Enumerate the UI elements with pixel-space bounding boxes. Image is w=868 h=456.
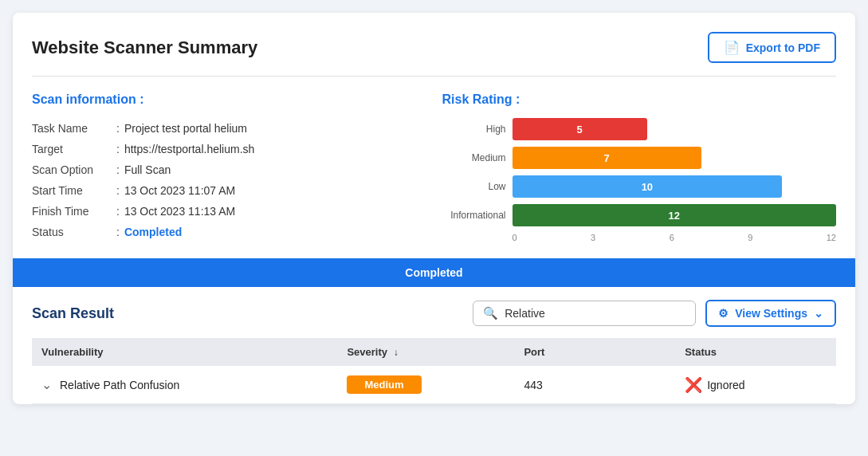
table-header: Vulnerability Severity ↓ Port Status — [32, 338, 836, 366]
scan-info-row: Task Name : Project test portal helium — [32, 118, 261, 139]
chevron-down-icon: ⌄ — [814, 307, 823, 320]
view-settings-button[interactable]: ⚙ View Settings ⌄ — [705, 300, 836, 327]
bar-label: Medium — [442, 152, 506, 163]
bar: 7 — [513, 147, 701, 169]
info-colon: : — [112, 201, 124, 222]
info-label: Start Time — [32, 180, 112, 201]
info-label: Task Name — [32, 118, 112, 139]
bar: 12 — [513, 204, 837, 226]
info-risk-section: Scan information : Task Name : Project t… — [32, 92, 836, 242]
bar-label: Low — [442, 181, 506, 192]
chart-axis: 036912 — [442, 233, 837, 242]
status-text: Ignored — [707, 379, 744, 391]
status-cell: ❌ Ignored — [675, 366, 836, 404]
risk-chart: High 5 Medium 7 Low 10 Informational 12 — [442, 118, 837, 226]
scan-info-title: Scan information : — [32, 92, 426, 107]
bar-label: Informational — [442, 210, 506, 221]
info-colon: : — [112, 180, 124, 201]
scan-info-table: Task Name : Project test portal helium T… — [32, 118, 261, 242]
export-pdf-label: Export to PDF — [746, 41, 820, 54]
col-port: Port — [514, 338, 675, 366]
sort-icon: ↓ — [394, 347, 399, 358]
main-container: Website Scanner Summary 📄 Export to PDF … — [13, 13, 855, 404]
severity-cell: Medium — [337, 366, 514, 404]
risk-rating-title: Risk Rating : — [442, 92, 837, 107]
info-colon: : — [112, 118, 124, 139]
info-label: Finish Time — [32, 201, 112, 222]
info-colon: : — [112, 159, 124, 180]
header-divider — [32, 76, 836, 77]
risk-rating-panel: Risk Rating : High 5 Medium 7 Low 10 Inf… — [426, 92, 837, 242]
export-pdf-button[interactable]: 📄 Export to PDF — [708, 32, 836, 63]
page-title: Website Scanner Summary — [32, 37, 257, 58]
chart-row: Low 10 — [442, 175, 837, 198]
scan-info-row: Start Time : 13 Oct 2023 11:07 AM — [32, 180, 261, 201]
chart-row: Medium 7 — [442, 147, 837, 169]
results-table-section: Vulnerability Severity ↓ Port Status — [32, 338, 836, 404]
vulnerability-name: Relative Path Confusion — [60, 379, 179, 391]
info-colon: : — [112, 222, 124, 242]
search-icon: 🔍 — [483, 306, 498, 320]
col-port-label: Port — [524, 346, 544, 358]
scan-info-row: Finish Time : 13 Oct 2023 11:13 AM — [32, 201, 261, 222]
gear-icon: ⚙ — [718, 307, 729, 320]
bar-container: 12 — [513, 204, 837, 226]
info-value: Project test portal helium — [124, 118, 261, 139]
col-status-label: Status — [685, 346, 717, 358]
progress-label: Completed — [405, 266, 462, 279]
scan-result-controls: 🔍 ⚙ View Settings ⌄ — [473, 300, 836, 327]
bar-container: 5 — [513, 118, 837, 140]
scan-info-panel: Scan information : Task Name : Project t… — [32, 92, 426, 242]
info-label: Scan Option — [32, 159, 112, 180]
info-colon: : — [112, 139, 124, 159]
info-value: Completed — [124, 222, 261, 242]
axis-label: 3 — [591, 233, 595, 242]
status-ignored: ❌ Ignored — [685, 376, 827, 394]
scan-info-row: Status : Completed — [32, 222, 261, 242]
bar: 5 — [513, 118, 647, 140]
table-row: ⌄ Relative Path Confusion Medium 443 ❌ I… — [32, 366, 836, 404]
chart-row: Informational 12 — [442, 204, 837, 226]
results-table: Vulnerability Severity ↓ Port Status — [32, 338, 836, 404]
axis-label: 6 — [670, 233, 674, 242]
axis-label: 9 — [748, 233, 752, 242]
chart-row: High 5 — [442, 118, 837, 140]
bar: 10 — [513, 175, 783, 198]
scan-info-row: Scan Option : Full Scan — [32, 159, 261, 180]
bar-label: High — [442, 124, 506, 135]
scan-result-section: Scan Result 🔍 ⚙ View Settings ⌄ — [32, 287, 836, 404]
info-value: 13 Oct 2023 11:13 AM — [124, 201, 261, 222]
scan-result-title: Scan Result — [32, 305, 114, 322]
scan-result-header: Scan Result 🔍 ⚙ View Settings ⌄ — [32, 300, 836, 327]
results-body: ⌄ Relative Path Confusion Medium 443 ❌ I… — [32, 366, 836, 404]
info-value: Full Scan — [124, 159, 261, 180]
search-input[interactable] — [505, 307, 685, 320]
view-settings-label: View Settings — [735, 307, 807, 320]
progress-bar: Completed — [13, 258, 855, 287]
info-value: 13 Oct 2023 11:07 AM — [124, 180, 261, 201]
scan-info-row: Target : https://testportal.helium.sh — [32, 139, 261, 159]
expand-button[interactable]: ⌄ — [41, 377, 52, 392]
search-box[interactable]: 🔍 — [473, 301, 696, 326]
axis-label: 0 — [513, 233, 517, 242]
info-label: Target — [32, 139, 112, 159]
port-cell: 443 — [514, 366, 675, 404]
axis-label: 12 — [827, 233, 836, 242]
col-severity-label: Severity — [347, 346, 387, 358]
col-status: Status — [675, 338, 836, 366]
severity-badge: Medium — [347, 375, 421, 394]
col-vulnerability-label: Vulnerability — [41, 346, 104, 358]
info-value: https://testportal.helium.sh — [124, 139, 261, 159]
bar-container: 7 — [513, 147, 837, 169]
col-vulnerability: Vulnerability — [32, 338, 337, 366]
export-icon: 📄 — [724, 40, 740, 55]
col-severity[interactable]: Severity ↓ — [337, 338, 514, 366]
page-header: Website Scanner Summary 📄 Export to PDF — [32, 32, 836, 63]
info-label: Status — [32, 222, 112, 242]
ignored-icon: ❌ — [685, 376, 702, 394]
vulnerability-cell: ⌄ Relative Path Confusion — [32, 366, 337, 404]
bar-container: 10 — [513, 175, 837, 198]
status-value: Completed — [124, 226, 182, 238]
